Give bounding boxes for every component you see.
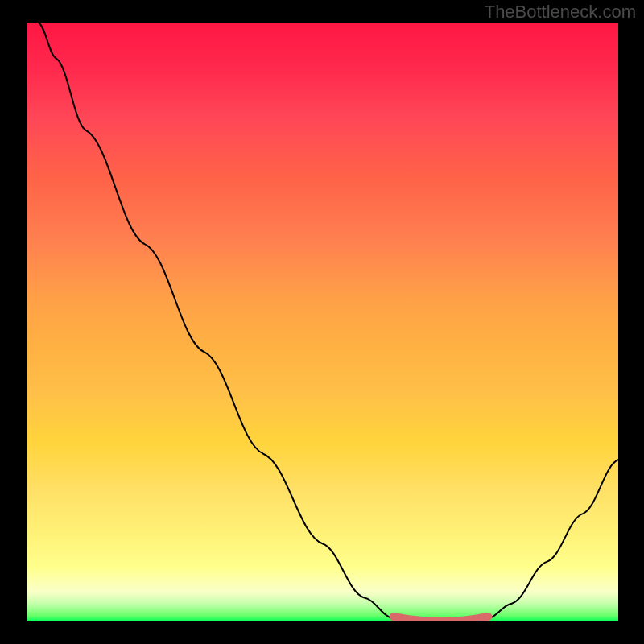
chart-container: TheBottleneck.com	[0, 0, 644, 644]
plot-area	[27, 23, 618, 621]
bottleneck-curve-path	[39, 23, 618, 621]
watermark-text: TheBottleneck.com	[485, 2, 636, 23]
sweet-spot-marker	[394, 617, 489, 621]
curve-svg	[27, 23, 618, 621]
